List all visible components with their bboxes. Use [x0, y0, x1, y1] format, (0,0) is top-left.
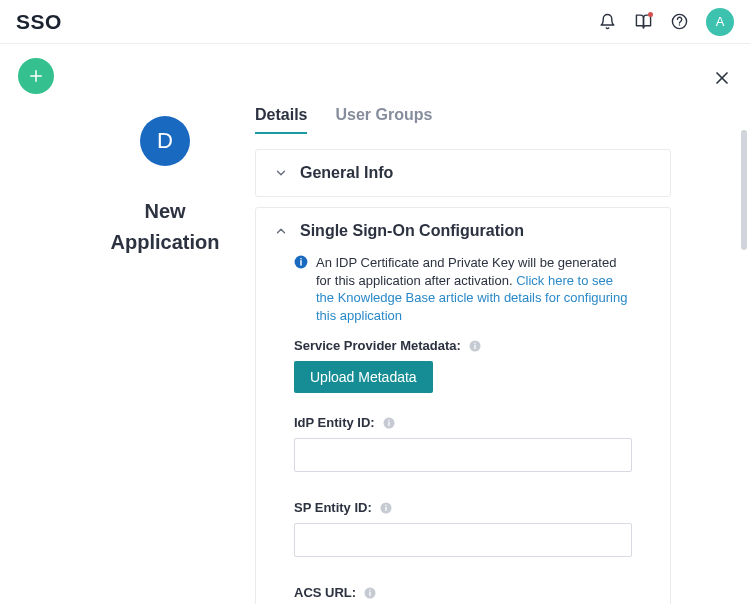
section-general-info-header[interactable]: General Info [256, 150, 670, 196]
acs-url-label: ACS URL: [294, 585, 632, 600]
detail-panel: D New Application Details User Groups Ge… [75, 46, 734, 604]
tabs: Details User Groups [255, 106, 734, 135]
sp-entity-id-label: SP Entity ID: [294, 500, 632, 515]
app-avatar: D [140, 116, 190, 166]
section-general-info-title: General Info [300, 164, 393, 182]
add-button[interactable] [18, 58, 54, 94]
chevron-down-icon [274, 166, 288, 180]
bell-icon[interactable] [598, 13, 616, 31]
section-sso-body: An IDP Certificate and Private Key will … [256, 254, 670, 604]
scrollbar[interactable] [741, 130, 747, 250]
section-general-info: General Info [255, 149, 671, 197]
section-sso-config: Single Sign-On Configuration An IDP Cert… [255, 207, 671, 604]
panel-main: Details User Groups General Info Single … [255, 46, 734, 604]
topbar-right: A [598, 8, 734, 36]
idp-entity-id-input[interactable] [294, 438, 632, 472]
hint-icon[interactable] [383, 417, 395, 429]
avatar[interactable]: A [706, 8, 734, 36]
brand-logo: SSO [16, 10, 62, 34]
svg-point-17 [385, 504, 386, 505]
hint-icon[interactable] [469, 340, 481, 352]
svg-point-8 [300, 258, 302, 260]
idp-entity-id-label: IdP Entity ID: [294, 415, 632, 430]
app-title: New Application [75, 196, 255, 258]
help-icon[interactable] [670, 13, 688, 31]
close-icon[interactable] [712, 68, 732, 92]
hint-icon[interactable] [364, 587, 376, 599]
chevron-up-icon [274, 224, 288, 238]
notification-dot [648, 12, 653, 17]
panel-side: D New Application [75, 46, 255, 604]
top-bar: SSO A [0, 0, 750, 44]
svg-point-20 [369, 589, 370, 590]
upload-metadata-button[interactable]: Upload Metadata [294, 361, 433, 393]
sp-entity-id-input[interactable] [294, 523, 632, 557]
tab-details[interactable]: Details [255, 106, 307, 134]
hint-icon[interactable] [380, 502, 392, 514]
section-sso-title: Single Sign-On Configuration [300, 222, 524, 240]
info-note: An IDP Certificate and Private Key will … [294, 254, 632, 324]
book-icon[interactable] [634, 13, 652, 31]
svg-point-11 [474, 342, 475, 343]
tab-user-groups[interactable]: User Groups [335, 106, 432, 134]
info-icon [294, 255, 308, 324]
svg-point-14 [388, 419, 389, 420]
info-note-text: An IDP Certificate and Private Key will … [316, 254, 632, 324]
section-sso-header[interactable]: Single Sign-On Configuration [256, 208, 670, 254]
sp-metadata-label: Service Provider Metadata: [294, 338, 632, 353]
